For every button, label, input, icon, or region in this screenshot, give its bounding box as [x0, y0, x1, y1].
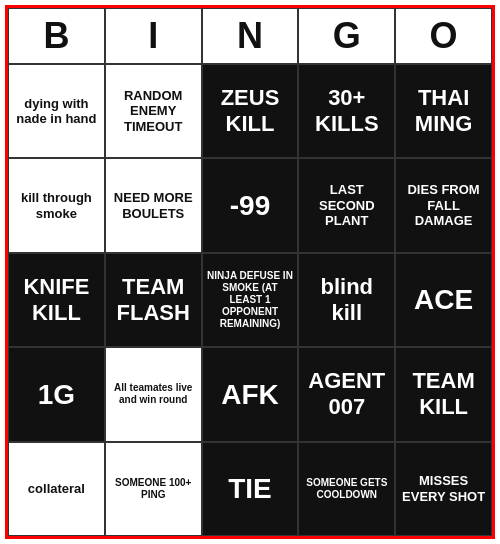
bingo-header: BINGO — [8, 8, 492, 64]
bingo-cell-4-3: SOMEONE GETS COOLDOWN — [298, 442, 395, 536]
bingo-cell-0-1: RANDOM ENEMY TIMEOUT — [105, 64, 202, 158]
bingo-cell-4-4: MISSES EVERY SHOT — [395, 442, 492, 536]
bingo-cell-2-0: KNIFE KILL — [8, 253, 105, 347]
bingo-cell-0-0: dying with nade in hand — [8, 64, 105, 158]
bingo-cell-2-4: ACE — [395, 253, 492, 347]
bingo-cell-4-1: SOMEONE 100+ PING — [105, 442, 202, 536]
bingo-cell-3-0: 1G — [8, 347, 105, 441]
bingo-cell-1-1: NEED MORE BOULETS — [105, 158, 202, 252]
bingo-cell-1-4: DIES FROM FALL DAMAGE — [395, 158, 492, 252]
bingo-cell-3-4: TEAM KILL — [395, 347, 492, 441]
bingo-row-2: KNIFE KILLTEAM FLASHNINJA DEFUSE IN SMOK… — [8, 253, 492, 347]
bingo-row-0: dying with nade in handRANDOM ENEMY TIME… — [8, 64, 492, 158]
header-letter: N — [202, 8, 299, 64]
bingo-cell-1-0: kill through smoke — [8, 158, 105, 252]
bingo-cell-2-1: TEAM FLASH — [105, 253, 202, 347]
bingo-row-1: kill through smokeNEED MORE BOULETS-99LA… — [8, 158, 492, 252]
bingo-grid: dying with nade in handRANDOM ENEMY TIME… — [8, 64, 492, 536]
bingo-cell-0-4: THAI MING — [395, 64, 492, 158]
bingo-cell-2-2: NINJA DEFUSE IN SMOKE (AT LEAST 1 OPPONE… — [202, 253, 299, 347]
bingo-cell-3-3: AGENT 007 — [298, 347, 395, 441]
header-letter: B — [8, 8, 105, 64]
bingo-cell-0-3: 30+ KILLS — [298, 64, 395, 158]
bingo-row-4: collateralSOMEONE 100+ PINGTIESOMEONE GE… — [8, 442, 492, 536]
bingo-cell-4-0: collateral — [8, 442, 105, 536]
bingo-cell-1-2: -99 — [202, 158, 299, 252]
bingo-card: BINGO dying with nade in handRANDOM ENEM… — [5, 5, 495, 539]
bingo-row-3: 1GAll teamates live and win roundAFKAGEN… — [8, 347, 492, 441]
bingo-cell-2-3: blind kill — [298, 253, 395, 347]
bingo-cell-0-2: ZEUS KILL — [202, 64, 299, 158]
header-letter: I — [105, 8, 202, 64]
bingo-cell-1-3: LAST SECOND PLANT — [298, 158, 395, 252]
bingo-cell-3-1: All teamates live and win round — [105, 347, 202, 441]
header-letter: G — [298, 8, 395, 64]
bingo-cell-3-2: AFK — [202, 347, 299, 441]
header-letter: O — [395, 8, 492, 64]
bingo-cell-4-2: TIE — [202, 442, 299, 536]
